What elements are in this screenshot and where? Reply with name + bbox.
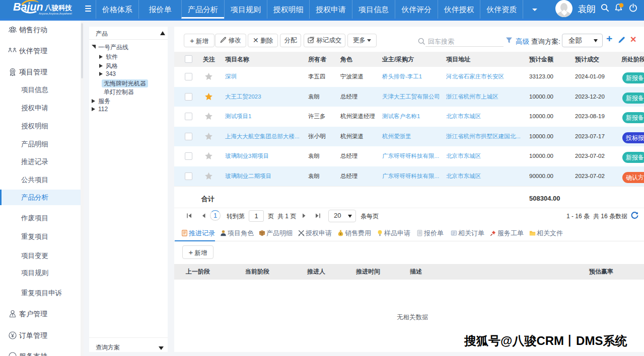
svg-text:八骏科技: 八骏科技 (44, 4, 73, 12)
svg-text:Bajun: Bajun (13, 1, 43, 13)
svg-text:Anyone,Anytime,Anywhere!: Anyone,Anytime,Anywhere! (39, 12, 73, 15)
